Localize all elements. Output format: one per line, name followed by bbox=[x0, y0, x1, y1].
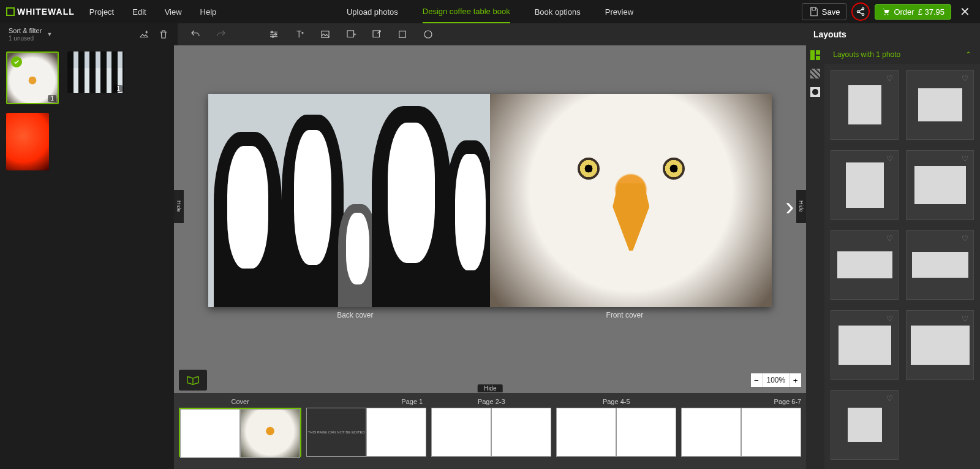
layouts-panel-title: Layouts bbox=[802, 23, 980, 45]
favorite-icon[interactable]: ♡ bbox=[886, 154, 893, 163]
spread-view-button[interactable] bbox=[179, 370, 207, 391]
layout-option[interactable]: ♡ bbox=[831, 230, 899, 300]
photo-strip: 1 1 bbox=[0, 45, 174, 469]
order-price: £ 37.95 bbox=[918, 7, 944, 17]
next-page-arrow[interactable]: › bbox=[785, 192, 794, 221]
layouts-panel: Layouts with 1 photo ⌃ ♡ ♡ ♡ ♡ ♡ ♡ ♡ ♡ ♡ bbox=[824, 45, 980, 469]
square-shape-icon[interactable] bbox=[397, 29, 408, 40]
menu-edit[interactable]: Edit bbox=[132, 7, 146, 17]
tab-upload-photos[interactable]: Upload photos bbox=[347, 0, 398, 23]
insert-image-icon[interactable] bbox=[320, 29, 331, 40]
zoom-value: 100% bbox=[763, 376, 790, 384]
filmstrip-page-2-3[interactable]: Page 2-3 bbox=[431, 398, 551, 464]
layouts-section-title: Layouts with 1 photo bbox=[833, 50, 900, 59]
use-count: 1 bbox=[48, 95, 56, 102]
book-spread-icon bbox=[186, 375, 200, 385]
filmstrip-page-6-7[interactable]: Page 6-7 bbox=[681, 398, 801, 464]
second-bar: Sort & filter 1 unused ▼ Layouts bbox=[0, 23, 980, 45]
layout-option[interactable]: ♡ bbox=[831, 310, 899, 380]
tab-book-options[interactable]: Book options bbox=[535, 0, 581, 23]
svg-point-3 bbox=[884, 14, 886, 15]
tab-preview[interactable]: Preview bbox=[605, 0, 633, 23]
hide-filmstrip-tab[interactable]: Hide bbox=[478, 384, 503, 392]
canvas-area: Hide bbox=[174, 45, 806, 367]
layout-option[interactable]: ♡ bbox=[906, 310, 974, 380]
logo-square-icon bbox=[6, 7, 15, 16]
layout-option[interactable]: ♡ bbox=[831, 390, 899, 460]
selected-check-icon bbox=[11, 56, 22, 67]
zoom-in-button[interactable]: + bbox=[789, 373, 801, 387]
hide-right-panel-tab[interactable]: Hide bbox=[796, 190, 806, 223]
top-right-controls: Save Order £ 37.95 ✕ bbox=[802, 2, 974, 21]
masks-tab-icon[interactable] bbox=[809, 86, 821, 98]
layout-option[interactable]: ♡ bbox=[906, 150, 974, 220]
filmstrip-cover-label: Cover bbox=[179, 398, 301, 405]
filmstrip-cover[interactable]: Cover bbox=[179, 398, 301, 464]
favorite-icon[interactable]: ♡ bbox=[962, 315, 968, 323]
front-cover-page[interactable] bbox=[490, 94, 772, 307]
zoom-control: − 100% + bbox=[751, 373, 802, 387]
layouts-section-header[interactable]: Layouts with 1 photo ⌃ bbox=[824, 45, 980, 64]
layout-option[interactable]: ♡ bbox=[906, 70, 974, 140]
crop-out-icon[interactable] bbox=[371, 29, 382, 40]
photo-thumb-flamingo[interactable] bbox=[6, 113, 49, 170]
photo-thumb-penguins[interactable]: 1 bbox=[67, 51, 124, 93]
layouts-tab-icon[interactable] bbox=[809, 49, 821, 61]
add-frame-icon[interactable] bbox=[345, 29, 356, 40]
app-menu: Project Edit View Help bbox=[89, 7, 217, 17]
circle-shape-icon[interactable] bbox=[423, 29, 434, 40]
favorite-icon[interactable]: ♡ bbox=[886, 394, 893, 403]
favorite-icon[interactable]: ♡ bbox=[962, 154, 968, 163]
page-filmstrip: Cover Page 1 THIS PAGE CAN NOT BE EDITED… bbox=[174, 393, 806, 469]
photo-thumb-eagle[interactable]: 1 bbox=[6, 51, 59, 104]
cart-icon bbox=[881, 7, 890, 16]
delete-icon[interactable] bbox=[158, 29, 169, 40]
favorite-icon[interactable]: ♡ bbox=[886, 74, 893, 83]
favorite-icon[interactable]: ♡ bbox=[962, 74, 968, 83]
filmstrip-page-4-5[interactable]: Page 4-5 bbox=[556, 398, 676, 464]
svg-point-4 bbox=[888, 14, 889, 15]
brand-text: WHITEWALL bbox=[17, 7, 75, 17]
undo-button[interactable] bbox=[190, 29, 201, 40]
adjust-sliders-icon[interactable] bbox=[268, 29, 279, 40]
layout-option[interactable]: ♡ bbox=[831, 150, 899, 220]
main-row: 1 1 Hide bbox=[0, 45, 980, 469]
menu-help[interactable]: Help bbox=[200, 7, 217, 17]
hide-left-panel-tab[interactable]: Hide bbox=[174, 190, 184, 223]
svg-rect-13 bbox=[810, 50, 815, 60]
favorite-icon[interactable]: ♡ bbox=[962, 234, 968, 243]
save-button[interactable]: Save bbox=[802, 3, 847, 20]
order-button[interactable]: Order £ 37.95 bbox=[875, 4, 951, 20]
back-cover-page[interactable] bbox=[208, 94, 490, 307]
layout-option[interactable]: ♡ bbox=[906, 230, 974, 300]
zoom-out-button[interactable]: − bbox=[751, 373, 763, 387]
menu-view[interactable]: View bbox=[165, 7, 182, 17]
layout-option[interactable]: ♡ bbox=[831, 70, 899, 140]
brand-logo: WHITEWALL bbox=[6, 7, 75, 17]
add-text-icon[interactable] bbox=[294, 29, 305, 40]
order-label: Order bbox=[894, 7, 914, 17]
share-button[interactable] bbox=[851, 2, 870, 21]
svg-rect-14 bbox=[816, 50, 820, 55]
svg-point-12 bbox=[424, 31, 432, 38]
patterns-tab-icon[interactable] bbox=[809, 67, 821, 80]
editor-center: Hide bbox=[174, 45, 806, 469]
tab-design-book[interactable]: Design coffee table book bbox=[423, 0, 510, 23]
favorite-icon[interactable]: ♡ bbox=[886, 234, 893, 243]
filmstrip-page67-label: Page 6-7 bbox=[681, 398, 801, 405]
share-icon bbox=[856, 7, 865, 17]
add-photo-icon[interactable] bbox=[138, 29, 149, 40]
sort-filter-button[interactable]: Sort & filter bbox=[9, 27, 42, 34]
redo-button[interactable] bbox=[216, 29, 227, 40]
filmstrip-page-1[interactable]: Page 1 THIS PAGE CAN NOT BE EDITED bbox=[306, 398, 426, 464]
favorite-icon[interactable]: ♡ bbox=[886, 315, 893, 323]
photo-strip-header: Sort & filter 1 unused ▼ bbox=[0, 23, 178, 45]
svg-rect-10 bbox=[373, 31, 380, 37]
canvas-footer: − 100% + Hide bbox=[174, 367, 806, 393]
close-button[interactable]: ✕ bbox=[956, 4, 974, 19]
cover-spread[interactable] bbox=[208, 94, 772, 307]
svg-rect-11 bbox=[399, 31, 406, 38]
menu-project[interactable]: Project bbox=[89, 7, 114, 17]
svg-rect-9 bbox=[347, 31, 354, 37]
dropdown-caret-icon[interactable]: ▼ bbox=[47, 31, 52, 37]
